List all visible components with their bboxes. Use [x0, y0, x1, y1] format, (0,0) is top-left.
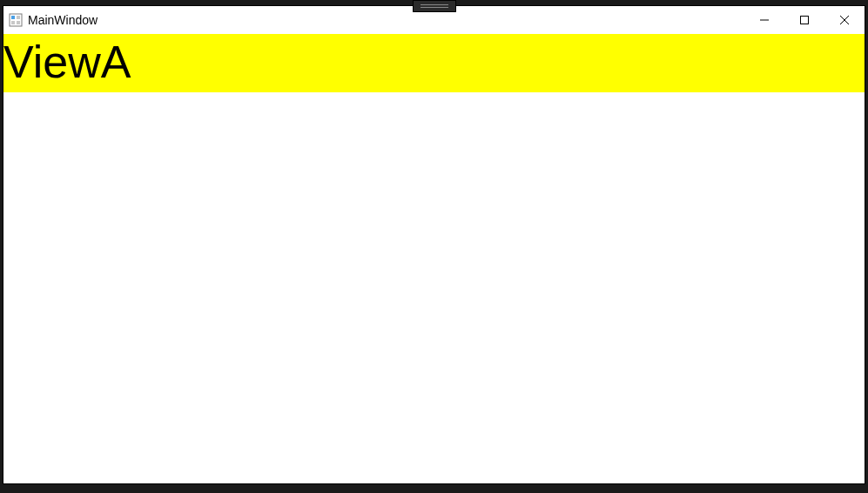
minimize-button[interactable]: [744, 6, 784, 34]
view-body: [3, 92, 865, 483]
svg-rect-4: [17, 21, 20, 24]
svg-rect-2: [17, 16, 20, 19]
drag-handle-line: [421, 4, 448, 5]
view-header: ViewA: [3, 34, 865, 92]
close-button[interactable]: [824, 6, 865, 34]
main-window: MainWindow ViewA: [3, 5, 865, 484]
app-icon: [9, 13, 23, 27]
window-title: MainWindow: [28, 13, 98, 27]
maximize-button[interactable]: [784, 6, 824, 34]
client-area: ViewA: [3, 34, 865, 483]
svg-rect-1: [11, 16, 15, 19]
drag-handle-line: [421, 7, 448, 8]
window-controls: [744, 6, 865, 34]
svg-rect-6: [801, 17, 809, 24]
svg-rect-3: [11, 21, 15, 24]
debug-drag-handle[interactable]: [413, 0, 456, 12]
